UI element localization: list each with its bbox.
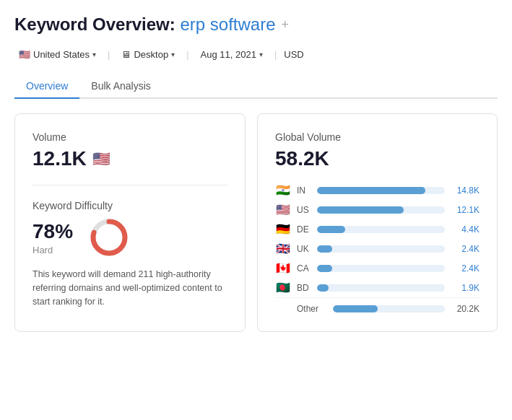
country-bar-fill bbox=[317, 206, 404, 214]
other-bar-fill bbox=[333, 305, 378, 312]
keyword-text: erp software bbox=[180, 14, 275, 34]
country-row: 🇧🇩 BD 1.9K bbox=[275, 281, 480, 294]
country-volume: 4.4K bbox=[451, 224, 480, 235]
global-volume-card: Global Volume 58.2K 🇮🇳 IN 14.8K 🇺🇸 US 12… bbox=[257, 113, 498, 332]
page-title: Keyword Overview: erp software bbox=[14, 14, 275, 35]
country-row: 🇬🇧 UK 2.4K bbox=[275, 242, 480, 255]
device-icon: 🖥 bbox=[121, 49, 131, 60]
country-label: United States bbox=[33, 49, 90, 60]
volume-card: Volume 12.1K 🇺🇸 Keyword Difficulty 78% H… bbox=[14, 113, 246, 332]
country-code: US bbox=[297, 205, 311, 215]
country-bar bbox=[317, 206, 445, 214]
global-volume-label: Global Volume bbox=[275, 131, 480, 143]
country-flag-icon: 🇺🇸 bbox=[275, 203, 291, 216]
add-keyword-button[interactable]: + bbox=[281, 17, 289, 32]
page-header: Keyword Overview: erp software + bbox=[14, 14, 498, 35]
country-volume: 12.1K bbox=[451, 205, 480, 215]
country-flag-icon: 🇧🇩 bbox=[275, 281, 291, 294]
country-bar bbox=[317, 265, 445, 272]
country-code: BD bbox=[297, 283, 311, 293]
tab-bar: Overview Bulk Analysis bbox=[14, 74, 498, 99]
date-chevron-icon: ▾ bbox=[259, 51, 263, 58]
country-bar bbox=[317, 226, 445, 233]
volume-value: 12.1K 🇺🇸 bbox=[32, 147, 227, 170]
kd-rating: Hard bbox=[32, 245, 73, 255]
country-bar bbox=[317, 284, 445, 292]
kd-percent: 78% bbox=[32, 220, 73, 243]
country-volume: 2.4K bbox=[451, 263, 480, 274]
tab-bulk-analysis[interactable]: Bulk Analysis bbox=[79, 74, 162, 99]
device-chevron-icon: ▾ bbox=[171, 51, 175, 58]
country-volume: 1.9K bbox=[451, 283, 480, 293]
country-bar-fill bbox=[317, 245, 332, 253]
kd-donut-chart bbox=[87, 216, 131, 259]
country-bar-fill bbox=[317, 284, 329, 292]
device-filter[interactable]: 🖥 Desktop ▾ bbox=[117, 46, 179, 63]
country-bar bbox=[317, 245, 445, 253]
currency-label: USD bbox=[284, 49, 303, 60]
country-row: 🇨🇦 CA 2.4K bbox=[275, 261, 480, 275]
volume-number: 12.1K bbox=[32, 147, 87, 170]
title-static: Keyword Overview: bbox=[14, 14, 175, 34]
country-volume: 2.4K bbox=[451, 244, 480, 254]
country-bar bbox=[317, 187, 445, 194]
country-row: 🇮🇳 IN 14.8K bbox=[275, 183, 480, 197]
country-flag-icon: 🇺🇸 bbox=[19, 49, 30, 60]
country-flag-icon: 🇬🇧 bbox=[275, 242, 291, 255]
filters-bar: 🇺🇸 United States ▾ | 🖥 Desktop ▾ | Aug 1… bbox=[14, 46, 498, 63]
device-label: Desktop bbox=[134, 49, 168, 60]
kd-description: This keyword will demand 211 high-author… bbox=[32, 268, 227, 308]
other-label: Other bbox=[297, 304, 327, 314]
date-filter[interactable]: Aug 11, 2021 ▾ bbox=[196, 46, 267, 63]
country-code: IN bbox=[297, 185, 311, 196]
country-flag-icon: 🇮🇳 bbox=[275, 183, 291, 197]
other-volume: 20.2K bbox=[451, 304, 480, 314]
country-flag-icon: 🇩🇪 bbox=[275, 222, 291, 236]
global-volume-value: 58.2K bbox=[275, 147, 480, 170]
country-chevron-icon: ▾ bbox=[92, 51, 96, 58]
other-row: Other 20.2K bbox=[275, 297, 480, 314]
country-flag-icon: 🇨🇦 bbox=[275, 261, 291, 275]
country-rows: 🇮🇳 IN 14.8K 🇺🇸 US 12.1K 🇩🇪 DE 4.4K 🇬🇧 UK… bbox=[275, 183, 480, 294]
tab-overview[interactable]: Overview bbox=[14, 74, 79, 99]
card-divider bbox=[32, 185, 227, 185]
country-code: CA bbox=[297, 263, 311, 274]
volume-flag-icon: 🇺🇸 bbox=[92, 150, 110, 167]
country-bar-fill bbox=[317, 265, 332, 272]
country-row: 🇩🇪 DE 4.4K bbox=[275, 222, 480, 236]
other-bar bbox=[333, 305, 445, 312]
country-volume: 14.8K bbox=[451, 185, 480, 196]
kd-left: 78% Hard bbox=[32, 220, 73, 255]
country-bar-fill bbox=[317, 187, 425, 194]
separator-2: | bbox=[186, 49, 188, 60]
country-filter[interactable]: 🇺🇸 United States ▾ bbox=[14, 46, 100, 63]
date-label: Aug 11, 2021 bbox=[201, 49, 256, 60]
kd-label: Keyword Difficulty bbox=[32, 200, 227, 211]
separator-3: | bbox=[274, 49, 277, 60]
country-code: UK bbox=[297, 244, 311, 254]
country-code: DE bbox=[297, 224, 311, 235]
kd-row: 78% Hard bbox=[32, 216, 227, 259]
country-bar-fill bbox=[317, 226, 345, 233]
cards-container: Volume 12.1K 🇺🇸 Keyword Difficulty 78% H… bbox=[14, 113, 498, 332]
separator-1: | bbox=[108, 49, 110, 60]
country-row: 🇺🇸 US 12.1K bbox=[275, 203, 480, 216]
volume-label: Volume bbox=[32, 131, 227, 143]
